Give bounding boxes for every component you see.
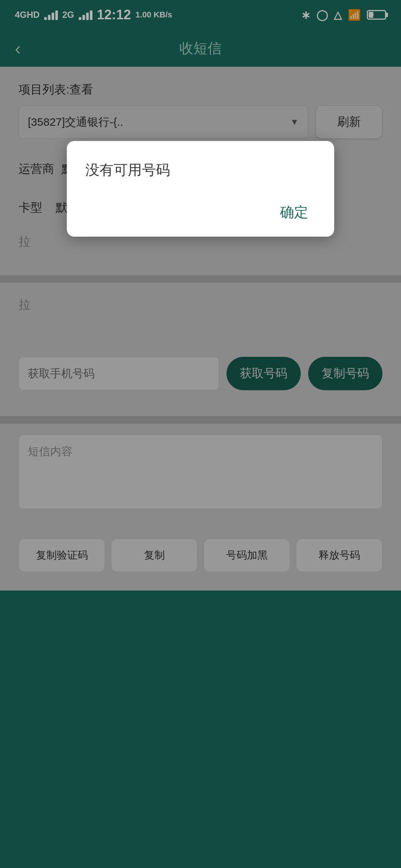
dialog-confirm-button[interactable]: 确定 [273, 199, 316, 226]
dialog-buttons: 确定 [85, 199, 316, 226]
dialog-overlay: 没有可用号码 确定 [0, 0, 401, 868]
dialog-message: 没有可用号码 [85, 160, 316, 181]
dialog: 没有可用号码 确定 [67, 141, 334, 237]
